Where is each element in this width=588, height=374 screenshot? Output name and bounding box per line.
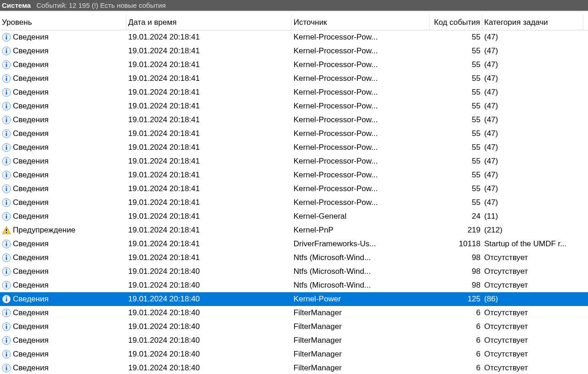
event-row[interactable]: Сведения19.01.2024 20:18:40FilterManager… [0, 361, 588, 374]
level-text: Сведения [13, 322, 49, 331]
svg-rect-17 [6, 105, 7, 108]
info-icon [2, 281, 11, 290]
svg-rect-29 [6, 160, 7, 164]
event-row[interactable]: Сведения19.01.2024 20:18:41Kernel-Proces… [0, 30, 588, 44]
svg-point-49 [6, 255, 7, 256]
cell-task-category: (47) [482, 113, 583, 127]
svg-point-22 [6, 131, 7, 132]
level-text: Сведения [13, 350, 49, 359]
cell-source: Kernel-Processor-Pow... [292, 154, 430, 168]
cell-datetime: 19.01.2024 20:18:40 [126, 306, 292, 320]
svg-rect-68 [6, 340, 7, 343]
info-icon [2, 60, 11, 69]
event-row[interactable]: Сведения19.01.2024 20:18:41Kernel-Genera… [0, 210, 588, 223]
cell-event-code: 125 [430, 292, 482, 306]
cell-event-code: 6 [430, 361, 482, 374]
cell-source: Kernel-Processor-Pow... [292, 85, 430, 99]
cell-level: Сведения [0, 72, 126, 85]
svg-rect-20 [6, 119, 7, 122]
svg-rect-11 [6, 78, 7, 81]
event-row[interactable]: Сведения19.01.2024 20:18:41Kernel-Proces… [0, 182, 588, 196]
event-row[interactable]: Сведения19.01.2024 20:18:41DriverFramewo… [0, 237, 588, 251]
cell-event-code: 55 [430, 30, 482, 44]
cell-source: DriverFrameworks-Us... [292, 237, 430, 251]
column-headers: Уровень Дата и время Источник Код событи… [0, 15, 588, 30]
column-header-task-category[interactable]: Категория задачи [482, 15, 583, 30]
event-row[interactable]: Сведения19.01.2024 20:18:41Kernel-Proces… [0, 141, 588, 154]
event-row[interactable]: Сведения19.01.2024 20:18:40FilterManager… [0, 334, 588, 347]
event-row[interactable]: Сведения19.01.2024 20:18:40Ntfs (Microso… [0, 265, 588, 278]
cell-datetime: 19.01.2024 20:18:41 [126, 168, 292, 182]
cell-level: Сведения [0, 154, 126, 168]
cell-event-code: 6 [430, 347, 482, 361]
event-row[interactable]: Сведения19.01.2024 20:18:41Kernel-Proces… [0, 85, 588, 99]
column-header-level[interactable]: Уровень [0, 15, 126, 30]
event-row[interactable]: Сведения19.01.2024 20:18:40Kernel-Power1… [0, 292, 588, 306]
info-icon [2, 253, 11, 262]
event-row[interactable]: Сведения19.01.2024 20:18:41Ntfs (Microso… [0, 251, 588, 265]
cell-datetime: 19.01.2024 20:18:41 [126, 251, 292, 265]
event-row[interactable]: Сведения19.01.2024 20:18:40Ntfs (Microso… [0, 278, 588, 292]
level-text: Сведения [13, 239, 49, 249]
svg-point-13 [6, 90, 7, 91]
cell-task-category: (11) [482, 210, 583, 223]
cell-datetime: 19.01.2024 20:18:41 [126, 127, 292, 141]
svg-rect-38 [6, 202, 7, 205]
cell-source: Kernel-Processor-Pow... [292, 127, 430, 141]
cell-event-code: 6 [430, 334, 482, 347]
event-row[interactable]: Сведения19.01.2024 20:18:41Kernel-Proces… [0, 72, 588, 85]
cell-task-category: (47) [482, 127, 583, 141]
column-header-datetime[interactable]: Дата и время [126, 15, 292, 30]
cell-task-category: Startup of the UMDF r... [482, 237, 583, 251]
cell-datetime: 19.01.2024 20:18:40 [126, 361, 292, 374]
info-icon [2, 295, 11, 304]
cell-task-category: (47) [482, 30, 583, 44]
event-row[interactable]: Сведения19.01.2024 20:18:41Kernel-Proces… [0, 99, 588, 113]
level-text: Сведения [13, 46, 49, 56]
cell-source: FilterManager [292, 361, 430, 374]
info-icon [2, 74, 11, 83]
svg-point-55 [6, 283, 7, 284]
cell-source: Kernel-Power [292, 292, 430, 306]
cell-event-code: 98 [430, 251, 482, 265]
svg-rect-23 [6, 133, 7, 136]
event-row[interactable]: Сведения19.01.2024 20:18:41Kernel-Proces… [0, 196, 588, 210]
cell-datetime: 19.01.2024 20:18:41 [126, 113, 292, 127]
event-row[interactable]: Сведения19.01.2024 20:18:41Kernel-Proces… [0, 127, 588, 141]
cell-source: Kernel-Processor-Pow... [292, 99, 430, 113]
cell-level: Сведения [0, 306, 126, 320]
column-header-source[interactable]: Источник [292, 15, 430, 30]
column-header-event-code[interactable]: Код события [430, 15, 482, 30]
cell-event-code: 55 [430, 127, 482, 141]
cell-level: Сведения [0, 265, 126, 278]
event-row[interactable]: Сведения19.01.2024 20:18:40FilterManager… [0, 320, 588, 334]
cell-level: Сведения [0, 278, 126, 292]
svg-point-58 [6, 296, 7, 298]
event-row[interactable]: Сведения19.01.2024 20:18:41Kernel-Proces… [0, 113, 588, 127]
svg-rect-5 [6, 50, 7, 53]
cell-event-code: 98 [430, 278, 482, 292]
svg-rect-26 [6, 147, 7, 150]
cell-datetime: 19.01.2024 20:18:41 [126, 223, 292, 237]
event-row[interactable]: Сведения19.01.2024 20:18:41Kernel-Proces… [0, 44, 588, 58]
cell-level: Сведения [0, 292, 126, 306]
event-row[interactable]: Сведения19.01.2024 20:18:41Kernel-Proces… [0, 154, 588, 168]
event-row[interactable]: Сведения19.01.2024 20:18:41Kernel-Proces… [0, 168, 588, 182]
event-row[interactable]: Сведения19.01.2024 20:18:40FilterManager… [0, 347, 588, 361]
cell-task-category: (47) [482, 85, 583, 99]
event-row[interactable]: Сведения19.01.2024 20:18:40FilterManager… [0, 306, 588, 320]
info-icon [2, 184, 11, 193]
event-list[interactable]: Сведения19.01.2024 20:18:41Kernel-Proces… [0, 30, 588, 374]
svg-rect-44 [6, 232, 7, 233]
event-row[interactable]: Сведения19.01.2024 20:18:41Kernel-Proces… [0, 58, 588, 72]
cell-level: Предупреждение [0, 223, 126, 237]
event-row[interactable]: Предупреждение19.01.2024 20:18:41Kernel-… [0, 223, 588, 237]
cell-task-category: Отсутствует [482, 347, 583, 361]
level-text: Сведения [13, 363, 49, 373]
svg-point-67 [6, 338, 7, 339]
cell-datetime: 19.01.2024 20:18:40 [126, 320, 292, 334]
cell-datetime: 19.01.2024 20:18:41 [126, 196, 292, 210]
cell-task-category: (47) [482, 182, 583, 196]
info-icon [2, 198, 11, 207]
cell-level: Сведения [0, 237, 126, 251]
